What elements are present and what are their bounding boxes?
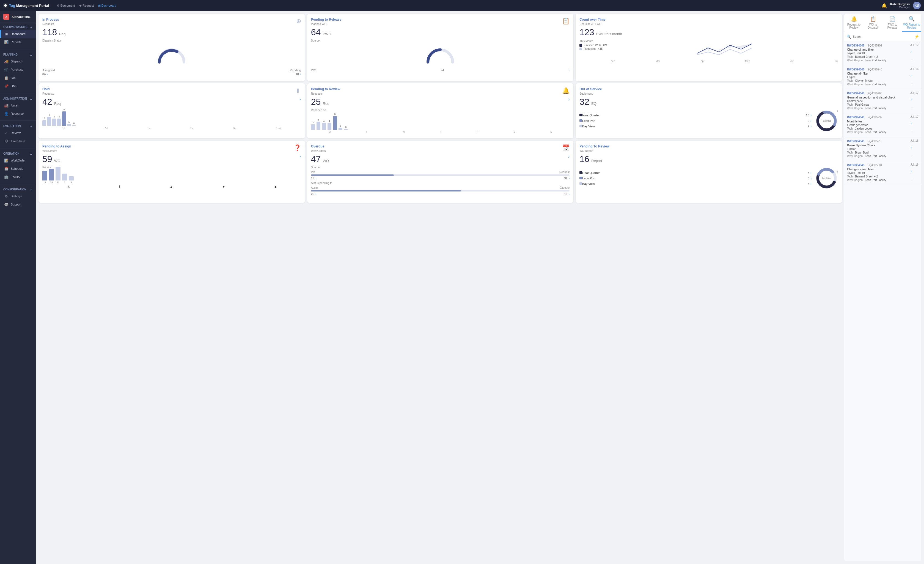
oos-title: Out of Service (579, 87, 838, 91)
hq-count: 16 › (806, 113, 812, 117)
rp-item-heart[interactable]: ♡ (910, 179, 918, 182)
rp-item-heart[interactable]: ♡ (910, 155, 918, 158)
sidebar-item-dmp[interactable]: 📌 DMP (0, 82, 36, 90)
bay-arrow[interactable]: › (810, 124, 812, 128)
rp-item-id: RWO2394345 EQ4395202 (847, 44, 908, 47)
status-values: 26 › 19 › (311, 192, 570, 196)
exec-val-arrow[interactable]: › (569, 192, 570, 196)
notification-bell-icon[interactable]: 🔔 (881, 3, 887, 8)
pa-arrow[interactable]: › (300, 154, 301, 159)
priority-icon-2: ℹ (119, 185, 120, 189)
divider3 (0, 120, 36, 121)
sidebar-item-support[interactable]: 💬 Support (0, 200, 36, 209)
sidebar-item-resource[interactable]: 👤 Resource (0, 110, 36, 118)
rp-item-eq-name: Toyota Fork lift (847, 52, 908, 55)
assign-val-arrow[interactable]: › (315, 192, 316, 196)
search-input[interactable] (853, 35, 913, 38)
ptrow-leon-count: 5 › (808, 176, 812, 180)
sidebar-item-review[interactable]: ✓ Review (0, 129, 36, 137)
pm-val-arrow[interactable]: › (315, 177, 316, 180)
assigned-arrow[interactable]: › (47, 72, 48, 76)
hq-arrow[interactable]: › (810, 113, 812, 117)
breadcrumb-request[interactable]: ⊕ Request (79, 4, 94, 8)
rp-item-tech-row: Tech Bryan Byrd (847, 151, 908, 154)
sidebar-item-dashboard[interactable]: ⊞ Dashboard (0, 30, 36, 38)
user-avatar[interactable]: KB (913, 2, 921, 9)
rp-item-chevron[interactable]: › (910, 49, 918, 54)
pending-review-arrow[interactable]: › (568, 97, 570, 102)
pending-arrow[interactable]: › (300, 72, 301, 76)
rp-item-chevron[interactable]: › (910, 145, 918, 149)
rp-item-date: Jul. 12 (910, 44, 918, 47)
user-info: Kate Burgess Manager (890, 3, 910, 9)
rp-item-chevron[interactable]: › (910, 97, 918, 102)
leon-arrow[interactable]: › (810, 119, 812, 123)
ptrow-bay-arrow[interactable]: › (810, 182, 812, 186)
oos-donut: Facilities (815, 109, 838, 132)
overdue-arrow[interactable]: › (568, 154, 570, 159)
rp-item-heart[interactable]: ♡ (910, 107, 918, 111)
sidebar-item-reports[interactable]: 📊 Reports (0, 38, 36, 46)
ptrow-hq-arrow[interactable]: › (810, 171, 812, 175)
status-progress: Assign Execute 26 › 19 › (311, 186, 570, 196)
sidebar-item-dispatch[interactable]: 🚚 Dispatch (0, 57, 36, 65)
hold-arrow[interactable]: › (300, 97, 301, 102)
section-header-admin[interactable]: Administration▲ (0, 96, 36, 101)
rp-item-chevron[interactable]: › (910, 121, 918, 125)
pm-arrow[interactable]: › (569, 69, 570, 72)
rp-item-heart[interactable]: ♡ (910, 59, 918, 63)
breadcrumb-dashboard[interactable]: ⊞ Dashboard (98, 4, 116, 8)
section-header-op[interactable]: Operation▲ (0, 151, 36, 156)
breadcrumb-equipment[interactable]: ⚙ Equipment (57, 4, 75, 8)
rp-item-eq-name: Electic generator (847, 123, 908, 126)
pbar-1: 12 (42, 171, 47, 184)
priority-bars: 12 15 21 8 3 (42, 170, 301, 184)
rp-item-desc: Change oil and filter (847, 168, 908, 171)
sidebar-item-timesheet[interactable]: ⏱ TimeSheet (0, 137, 36, 145)
hold-bar-col: 5 (47, 113, 51, 126)
legend-dot-finished (579, 44, 582, 47)
sidebar-item-workorder[interactable]: 📝 WorkOrder (0, 156, 36, 164)
sidebar-item-settings[interactable]: ⚙ Settings (0, 192, 36, 200)
rp-item-date: Jul. 17 (910, 91, 918, 95)
sidebar-item-asset[interactable]: 🏭 Asset (0, 101, 36, 110)
priority-icon-5: ■ (274, 185, 276, 189)
rp-item-region-row: West Region Leon Port Facility (847, 155, 908, 158)
rp-list-item: RWO2394345 EQ4395265 Jul. 17 General ins… (844, 89, 921, 113)
source-gauge-svg (425, 46, 455, 65)
company-selector[interactable]: A Alphabet Inc. (0, 11, 36, 23)
exec-lbl: Execute (560, 186, 570, 189)
legend-requests: Requestts 435 (579, 47, 607, 50)
sidebar-item-purchase[interactable]: 🛒 Purchase (0, 65, 36, 74)
wo-dispatch-tab-icon: 📋 (870, 16, 876, 22)
card-pending-release: Pending to Release Planned WO 📋 64 PWO S… (307, 14, 574, 81)
req-val-arrow[interactable]: › (569, 177, 570, 180)
section-header-eval[interactable]: Evaluation▲ (0, 123, 36, 129)
tab-wo-dispatch[interactable]: 📋 WO to Dispatch (864, 14, 883, 32)
hold-bar-col: 8 (62, 108, 66, 126)
rp-item-heart[interactable]: ♡ (910, 83, 918, 87)
sidebar-item-facility[interactable]: 🏢 Facility (0, 173, 36, 181)
rp-item-chevron[interactable]: › (910, 73, 918, 78)
right-panel: 🔔 Request to Review 📋 WO to Dispatch 📄 P… (844, 14, 921, 561)
tab-wo-report[interactable]: 🔍 WO Report to Review (902, 14, 921, 32)
section-header-overview[interactable]: Overview/Stats▲ (0, 24, 36, 30)
tab-request-review[interactable]: 🔔 Request to Review (844, 14, 864, 32)
sidebar-item-schedule[interactable]: 📅 Schedule (0, 164, 36, 173)
hold-bar-col: 1 (67, 120, 71, 126)
pwo-release-tab-icon: 📄 (890, 16, 896, 22)
resource-icon: 👤 (4, 111, 9, 116)
section-header-planning[interactable]: Planning▲ (0, 52, 36, 57)
count-time-title: Count over Time (579, 18, 838, 21)
pbar-3: 21 (56, 167, 60, 184)
overdue-title: Overdue (311, 144, 570, 148)
filter-icon[interactable]: ⚡ (914, 35, 919, 39)
rp-item-chevron[interactable]: › (910, 169, 918, 173)
rp-item-heart[interactable]: ♡ (910, 131, 918, 135)
dispatch-gauge (42, 44, 301, 66)
sidebar-item-job[interactable]: 📋 Job (0, 74, 36, 82)
section-header-config[interactable]: Configuration▲ (0, 187, 36, 192)
pa-unit: WO (54, 159, 60, 163)
ptrow-leon-arrow[interactable]: › (810, 176, 812, 180)
tab-pwo-release[interactable]: 📄 PWO to Release (883, 14, 902, 32)
